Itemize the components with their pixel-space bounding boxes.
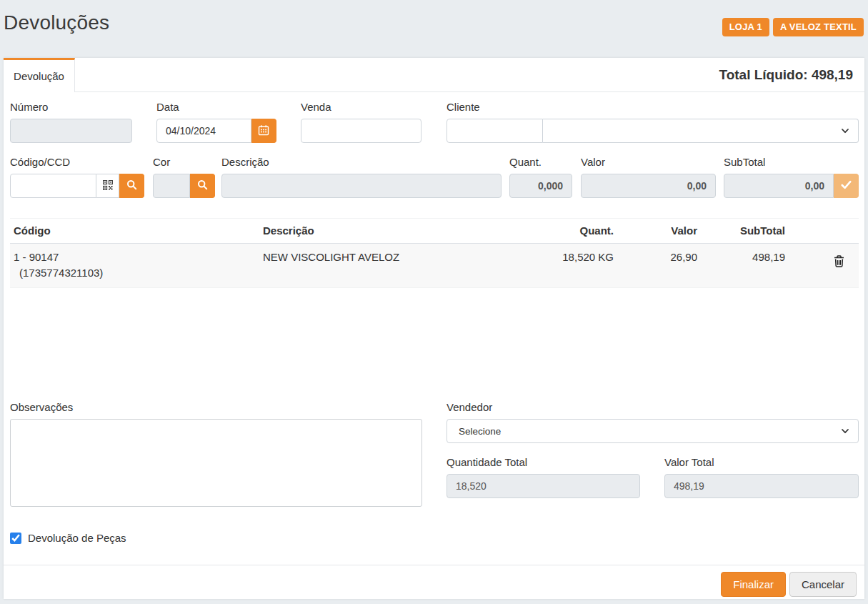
codigo-ccd-group: Código/CCD <box>10 156 148 198</box>
chevron-down-icon <box>841 427 849 437</box>
chevron-down-icon <box>841 127 849 137</box>
devolucao-card: Devolução Total Líquido: 498,19 Número D… <box>4 58 864 599</box>
valor-total-group: Valor Total <box>664 456 859 498</box>
row-codigo-line2: (1735774321103) <box>14 267 251 279</box>
quant-label: Quant. <box>509 156 572 168</box>
cor-group: Cor <box>153 156 219 198</box>
devolucao-pecas-row: Devolução de Peças <box>10 532 126 544</box>
col-header-subtotal: SubTotal <box>703 219 791 243</box>
calendar-button[interactable] <box>251 119 276 143</box>
delete-row-button[interactable] <box>832 254 846 271</box>
venda-group: Venda <box>301 101 421 143</box>
valor-group: Valor <box>581 156 716 198</box>
qrcode-icon <box>103 180 113 192</box>
quant-field <box>509 174 572 198</box>
codigo-search-button[interactable] <box>119 174 144 198</box>
cor-label: Cor <box>153 156 219 168</box>
quantidade-total-label: Quantidade Total <box>447 456 640 468</box>
cliente-label: Cliente <box>447 101 859 113</box>
cliente-select[interactable] <box>543 119 859 143</box>
search-icon <box>197 179 208 192</box>
finalizar-button[interactable]: Finalizar <box>721 572 786 597</box>
venda-label: Venda <box>301 101 421 113</box>
subtotal-group: SubTotal <box>724 156 859 198</box>
data-label: Data <box>156 101 276 113</box>
codigo-ccd-field[interactable] <box>10 174 96 198</box>
header-badges: LOJA 1 A VELOZ TEXTIL <box>722 18 864 36</box>
row-subtotal: 498,19 <box>703 244 791 287</box>
valor-total-label: Valor Total <box>664 456 859 468</box>
row-valor: 26,90 <box>619 244 703 287</box>
cor-search-button[interactable] <box>190 174 215 198</box>
row-actions <box>791 244 859 287</box>
items-table: Código Descrição Quant. Valor SubTotal 1… <box>10 218 859 288</box>
cliente-group: Cliente <box>447 101 859 143</box>
items-table-header: Código Descrição Quant. Valor SubTotal <box>10 218 859 244</box>
col-header-actions <box>791 219 859 243</box>
row-codigo: 1 - 90147 (1735774321103) <box>10 244 257 287</box>
quantidade-total-group: Quantidade Total <box>447 456 640 498</box>
row-quant: 18,520 KG <box>484 244 619 287</box>
cancelar-button[interactable]: Cancelar <box>789 572 857 597</box>
check-icon <box>841 180 852 192</box>
descricao-group: Descrição <box>221 156 502 198</box>
devolucao-pecas-checkbox[interactable] <box>10 533 21 544</box>
vendedor-select[interactable]: Selecione <box>447 419 859 443</box>
vendedor-selected-value: Selecione <box>459 426 501 437</box>
search-icon <box>126 179 137 192</box>
col-header-valor: Valor <box>619 219 703 243</box>
numero-group: Número <box>10 101 132 143</box>
observacoes-group: Observações <box>10 401 422 510</box>
trash-icon <box>834 259 844 269</box>
col-header-descricao: Descrição <box>257 219 484 243</box>
add-item-button[interactable] <box>834 174 859 198</box>
card-footer: Finalizar Cancelar <box>4 565 864 599</box>
numero-field <box>10 119 132 143</box>
store-badge[interactable]: LOJA 1 <box>722 18 769 36</box>
observacoes-textarea[interactable] <box>10 419 422 507</box>
tab-bar: Devolução Total Líquido: 498,19 <box>4 58 864 92</box>
col-header-quant: Quant. <box>484 219 619 243</box>
codigo-ccd-label: Código/CCD <box>10 156 148 168</box>
calendar-icon <box>258 124 269 138</box>
row-descricao: NEW VISCOLIGHT AVELOZ <box>257 244 484 287</box>
quantidade-total-field <box>447 474 640 498</box>
observacoes-label: Observações <box>10 401 422 413</box>
page-title: Devoluções <box>4 11 109 34</box>
vendedor-group: Vendedor Selecione <box>447 401 859 443</box>
quant-group: Quant. <box>509 156 572 198</box>
valor-label: Valor <box>581 156 716 168</box>
col-header-codigo: Código <box>10 219 257 243</box>
valor-field <box>581 174 716 198</box>
devolucao-pecas-label: Devolução de Peças <box>28 532 126 544</box>
numero-label: Número <box>10 101 132 113</box>
tab-devolucao[interactable]: Devolução <box>4 58 75 92</box>
venda-field[interactable] <box>301 119 421 143</box>
vendedor-label: Vendedor <box>447 401 859 413</box>
barcode-scan-button[interactable] <box>96 174 119 198</box>
row-codigo-line1: 1 - 90147 <box>14 251 251 263</box>
descricao-field <box>221 174 502 198</box>
table-row: 1 - 90147 (1735774321103) NEW VISCOLIGHT… <box>10 244 859 288</box>
page-header: Devoluções LOJA 1 A VELOZ TEXTIL <box>0 0 868 58</box>
descricao-label: Descrição <box>221 156 502 168</box>
tabbar-spacer <box>75 58 719 91</box>
data-group: Data <box>156 101 276 143</box>
subtotal-label: SubTotal <box>724 156 859 168</box>
valor-total-field <box>664 474 859 498</box>
total-liquido: Total Líquido: 498,19 <box>719 58 864 91</box>
subtotal-field <box>724 174 834 198</box>
cor-field <box>153 174 190 198</box>
company-badge[interactable]: A VELOZ TEXTIL <box>773 18 864 36</box>
cliente-code-field[interactable] <box>447 119 543 143</box>
data-field[interactable] <box>156 119 251 143</box>
